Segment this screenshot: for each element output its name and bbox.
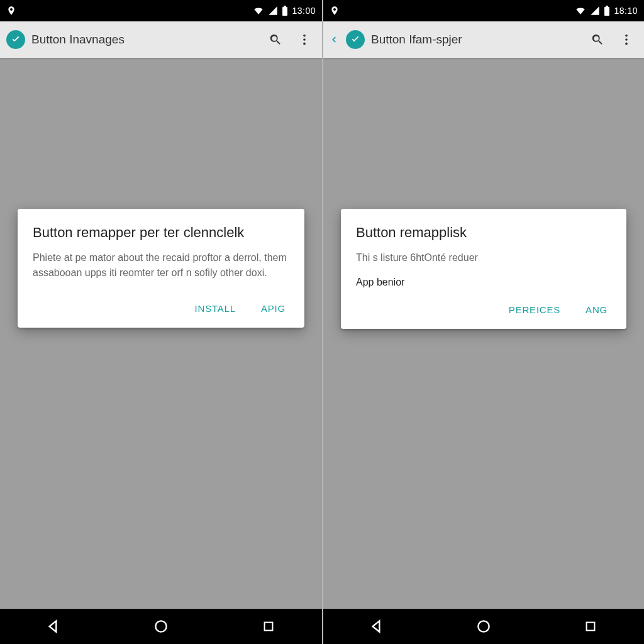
svg-rect-1 <box>284 6 286 7</box>
svg-rect-9 <box>606 6 608 7</box>
dialog-primary-button[interactable]: PEREICES <box>505 298 564 321</box>
install-button[interactable]: INSTALL <box>191 297 240 320</box>
dialog-title: Button remapplisk <box>356 224 611 242</box>
dialog-title: Button remapper per ter clennclelk <box>33 224 289 242</box>
nav-home-button[interactable] <box>458 614 509 639</box>
wifi-icon <box>575 5 586 16</box>
app-icon[interactable] <box>346 30 365 49</box>
location-icon <box>330 6 340 16</box>
dialog-actions: PEREICES ANG <box>356 293 611 321</box>
status-bar: 13:00 <box>0 0 322 21</box>
dialog-actions: INSTALL APIG <box>33 292 289 320</box>
svg-point-11 <box>625 38 628 41</box>
battery-icon <box>604 6 610 16</box>
svg-point-4 <box>303 38 306 41</box>
dialog-body: Phiete at pe mator about the recaid prof… <box>33 250 289 280</box>
app-bar: Button Ifam-spjer <box>323 21 644 58</box>
wifi-icon <box>253 5 264 16</box>
svg-point-12 <box>625 43 628 45</box>
nav-back-button[interactable] <box>352 614 402 639</box>
signal-icon <box>590 6 600 16</box>
svg-point-5 <box>303 43 306 45</box>
signal-icon <box>268 6 278 16</box>
content-area: Button remapplisk Thi s listure 6htOnté … <box>323 58 644 609</box>
app-bar: Button Inavnages <box>0 21 322 58</box>
app-icon[interactable] <box>6 30 25 49</box>
dialog-secondary-button[interactable]: APIG <box>257 297 289 320</box>
appbar-title: Button Inavnages <box>31 33 125 47</box>
overflow-menu-icon[interactable] <box>293 28 316 51</box>
svg-rect-8 <box>604 7 609 16</box>
location-icon <box>6 6 16 16</box>
search-icon[interactable] <box>586 28 609 51</box>
status-time: 18:10 <box>614 6 638 16</box>
dialog-body: Thi s listure 6htOnté reduer <box>356 250 611 265</box>
search-icon[interactable] <box>264 28 287 51</box>
nav-recent-button[interactable] <box>565 614 616 639</box>
back-icon[interactable] <box>330 35 338 44</box>
svg-point-6 <box>155 621 166 631</box>
navigation-bar <box>323 609 644 644</box>
svg-point-3 <box>303 35 306 37</box>
nav-recent-button[interactable] <box>243 614 294 639</box>
svg-point-10 <box>625 35 628 37</box>
dialog-secondary-button[interactable]: ANG <box>582 298 611 321</box>
info-dialog: Button remapplisk Thi s listure 6htOnté … <box>341 209 626 329</box>
screen-right: 18:10 Button Ifam-spjer Button remapplis… <box>322 0 644 644</box>
svg-rect-14 <box>587 623 595 631</box>
battery-icon <box>282 6 288 16</box>
status-bar: 18:10 <box>323 0 644 21</box>
nav-back-button[interactable] <box>28 614 79 639</box>
svg-rect-7 <box>264 623 272 631</box>
svg-point-13 <box>478 621 489 631</box>
nav-home-button[interactable] <box>136 614 186 639</box>
overflow-menu-icon[interactable] <box>615 28 638 51</box>
install-dialog: Button remapper per ter clennclelk Phiet… <box>18 209 304 328</box>
dialog-subheading: App benior <box>356 277 611 288</box>
content-area: Button remapper per ter clennclelk Phiet… <box>0 58 322 609</box>
screen-left: 13:00 Button Inavnages Button remapper p… <box>0 0 322 644</box>
status-time: 13:00 <box>292 6 316 16</box>
navigation-bar <box>0 609 322 644</box>
appbar-title: Button Ifam-spjer <box>371 33 462 47</box>
